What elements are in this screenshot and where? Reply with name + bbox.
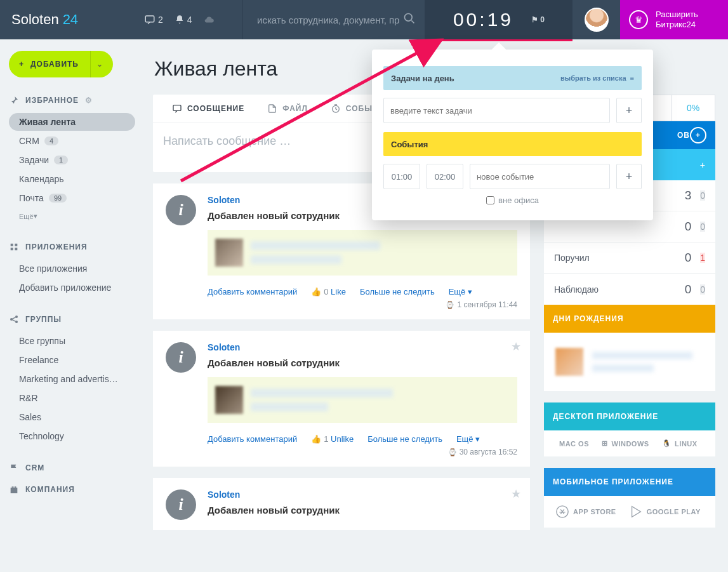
add-task-button[interactable]: + — [616, 98, 642, 123]
crown-icon: ♛ — [629, 10, 648, 29]
counter-box-pct[interactable]: 0% — [671, 95, 715, 121]
sidebar-item-group[interactable]: Все группы — [9, 332, 135, 350]
download-windows[interactable]: ⊞WINDOWS — [602, 439, 649, 448]
event-time-to[interactable] — [427, 164, 463, 189]
post-actions: Добавить комментарий 👍1 Unlike Больше не… — [208, 434, 517, 444]
tab-message[interactable]: СООБЩЕНИЕ — [161, 95, 256, 123]
checkbox-input[interactable] — [486, 196, 494, 204]
work-timer[interactable]: 00:19 ⚑ 0 — [425, 0, 572, 39]
event-time-from[interactable] — [383, 164, 420, 189]
sidebar-item-feed[interactable]: Живая лента — [9, 113, 135, 131]
add-task-icon[interactable]: + — [690, 127, 706, 143]
favorites-header: ИЗБРАННОЕ ⚙ — [9, 95, 135, 105]
post-author[interactable]: Soloten — [208, 489, 240, 500]
pin-icon — [9, 95, 19, 105]
info-icon: i — [166, 342, 196, 373]
cloud-icon — [204, 14, 215, 25]
popover-tasks-header: Задачи на день выбрать из списка ≡ — [383, 66, 642, 90]
task-filter-row[interactable]: Наблюдаю 0 0 — [544, 274, 715, 305]
sidebar-item-mail[interactable]: Почта99 — [9, 189, 135, 207]
company-header[interactable]: КОМПАНИЯ — [9, 484, 135, 495]
post-author[interactable]: Soloten — [208, 195, 240, 205]
messages-count: 2 — [158, 15, 163, 25]
download-appstore[interactable]: APP STORE — [555, 505, 616, 519]
crm-section: CRM — [9, 463, 135, 473]
post-content-blurred — [208, 230, 517, 276]
desktop-widget-header: ДЕСКТОП ПРИЛОЖЕНИЕ — [544, 402, 715, 430]
birthdays-header: ДНИ РОЖДЕНИЯ — [544, 305, 715, 333]
crm-header[interactable]: CRM — [9, 463, 135, 473]
windows-icon: ⊞ — [602, 439, 608, 448]
sidebar-item-crm[interactable]: CRM4 — [9, 132, 135, 150]
sidebar: + ДОБАВИТЬ ⌄ ИЗБРАННОЕ ⚙ Живая лента CRM… — [0, 39, 144, 572]
pick-from-list-link[interactable]: выбрать из списка ≡ — [560, 74, 634, 82]
like-button[interactable]: 👍1 Unlike — [311, 434, 354, 444]
plus-circle-icon[interactable]: + — [700, 160, 705, 170]
post-more-link[interactable]: Ещё ▾ — [456, 434, 480, 444]
sidebar-item-group[interactable]: Technology — [9, 427, 135, 445]
add-comment-link[interactable]: Добавить комментарий — [208, 287, 297, 296]
popover-events-header: События — [383, 132, 642, 156]
linux-icon: 🐧 — [662, 439, 672, 448]
brand-suffix: 24 — [63, 11, 78, 28]
search-input[interactable] — [257, 15, 403, 25]
event-name-input[interactable] — [470, 164, 610, 189]
add-comment-link[interactable]: Добавить комментарий — [208, 434, 297, 444]
share-icon — [9, 314, 19, 324]
apps-section: ПРИЛОЖЕНИЯ Все приложения Добавить прило… — [9, 242, 135, 296]
sidebar-item-apps-all[interactable]: Все приложения — [9, 260, 135, 277]
add-button[interactable]: + ДОБАВИТЬ ⌄ — [9, 51, 113, 77]
out-of-office-checkbox[interactable]: вне офиса — [383, 196, 642, 205]
sidebar-item-group[interactable]: Freelance — [9, 351, 135, 369]
play-icon — [629, 505, 643, 519]
gear-icon[interactable]: ⚙ — [85, 96, 93, 105]
apps-header: ПРИЛОЖЕНИЯ — [9, 242, 135, 252]
sidebar-item-group[interactable]: Sales — [9, 408, 135, 426]
svg-point-1 — [405, 13, 413, 21]
download-mac[interactable]: MAC OS — [555, 439, 589, 448]
unfollow-link[interactable]: Больше не следить — [367, 434, 442, 444]
info-icon: i — [166, 489, 196, 520]
sidebar-item-group[interactable]: R&R — [9, 389, 135, 407]
birthdays-body — [544, 333, 715, 391]
global-search[interactable] — [242, 0, 425, 39]
post-timestamp: 30 августа 16:52 — [208, 448, 517, 456]
unfollow-link[interactable]: Больше не следить — [360, 287, 435, 296]
sidebar-item-tasks[interactable]: Задачи1 — [9, 151, 135, 169]
sidebar-item-calendar[interactable]: Календарь — [9, 170, 135, 188]
sidebar-item-more[interactable]: Ещё ▾ — [9, 208, 135, 224]
post-actions: Добавить комментарий 👍0 Like Больше не с… — [208, 287, 517, 296]
star-icon[interactable]: ★ — [511, 487, 521, 501]
notifications-indicator[interactable]: 4 — [175, 15, 192, 25]
post-more-link[interactable]: Ещё ▾ — [449, 287, 472, 296]
star-icon[interactable]: ★ — [511, 340, 521, 354]
task-filter-row[interactable]: Поручил 0 1 — [544, 243, 715, 274]
download-googleplay[interactable]: GOOGLE PLAY — [629, 505, 701, 519]
chevron-down-icon[interactable]: ⌄ — [90, 51, 109, 77]
chat-icon — [172, 103, 182, 114]
svg-rect-5 — [173, 105, 181, 111]
post-author[interactable]: Soloten — [208, 342, 240, 352]
user-avatar[interactable] — [572, 0, 620, 39]
post-content-blurred — [208, 377, 517, 423]
favorites-section: ИЗБРАННОЕ ⚙ Живая лента CRM4 Задачи1 Кал… — [9, 95, 135, 224]
search-icon[interactable] — [403, 12, 416, 28]
desktop-app-widget: ДЕСКТОП ПРИЛОЖЕНИЕ MAC OS ⊞WINDOWS 🐧LINU… — [544, 402, 715, 456]
groups-section: ГРУППЫ Все группы Freelance Marketing an… — [9, 314, 135, 445]
add-event-button[interactable]: + — [616, 164, 642, 189]
cloud-indicator[interactable] — [204, 14, 215, 25]
like-button[interactable]: 👍0 Like — [311, 287, 346, 296]
brand-logo[interactable]: Soloten 24 — [0, 0, 144, 39]
post-title: Добавлен новый сотрудник — [208, 505, 517, 515]
messages-indicator[interactable]: 2 — [144, 14, 163, 25]
notifications-count: 4 — [187, 15, 192, 25]
appstore-icon — [555, 505, 569, 519]
task-text-input[interactable] — [383, 98, 610, 123]
post-timestamp: 1 сентября 11:44 — [208, 300, 517, 309]
topbar: Soloten 24 2 4 00:19 ⚑ 0 ♛ РасширитьБитр… — [0, 0, 728, 39]
sidebar-item-group[interactable]: Marketing and advertis… — [9, 370, 135, 388]
sidebar-item-apps-add[interactable]: Добавить приложение — [9, 279, 135, 296]
tab-file[interactable]: ФАЙЛ — [256, 95, 319, 123]
download-linux[interactable]: 🐧LINUX — [662, 439, 698, 448]
upgrade-plan-button[interactable]: ♛ РасширитьБитрикс24 — [620, 0, 728, 39]
